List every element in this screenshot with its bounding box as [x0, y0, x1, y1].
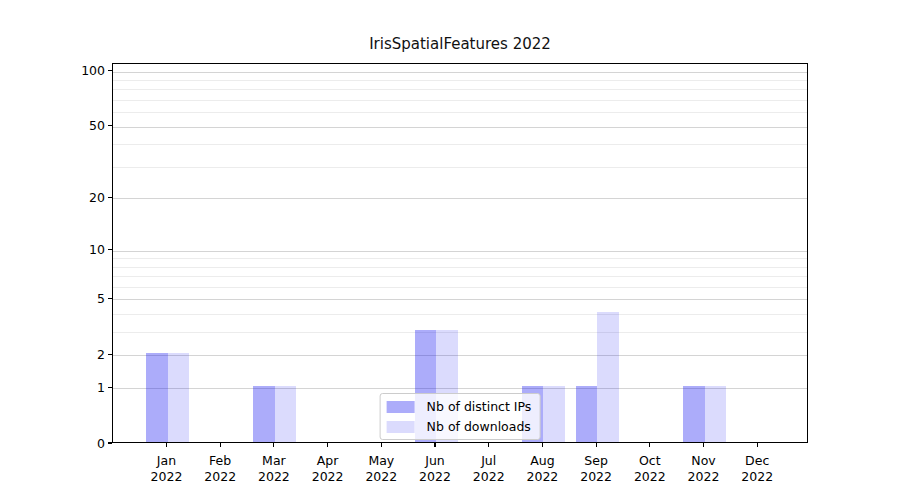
x-tick-label: Mar 2022	[258, 453, 290, 484]
bar-downloads	[275, 386, 297, 442]
x-tick-label: Jun 2022	[419, 453, 451, 484]
gridline-minor	[113, 267, 807, 268]
y-tick-mark	[108, 197, 112, 198]
x-tick-mark	[488, 443, 489, 447]
legend-swatch-downloads	[387, 421, 415, 433]
y-tick-mark	[108, 387, 112, 388]
x-tick-label: Nov 2022	[688, 453, 720, 484]
chart-title: IrisSpatialFeatures 2022	[112, 35, 808, 53]
y-tick-label: 1	[61, 380, 105, 395]
x-tick-mark	[434, 443, 435, 447]
gridline-minor	[113, 258, 807, 259]
y-tick-mark	[108, 249, 112, 250]
gridline-minor	[113, 112, 807, 113]
gridline-minor	[113, 276, 807, 277]
gridline-major	[113, 72, 807, 73]
y-tick-mark	[108, 70, 112, 71]
bar-distinct-ips	[253, 386, 275, 442]
y-tick-label: 100	[61, 63, 105, 78]
y-tick-mark	[108, 442, 112, 443]
bar-downloads	[168, 353, 190, 442]
gridline-major	[113, 127, 807, 128]
y-tick-mark	[108, 354, 112, 355]
legend-item-downloads: Nb of downloads	[387, 419, 532, 434]
gridline-minor	[113, 332, 807, 333]
y-tick-mark	[108, 298, 112, 299]
x-tick-label: Aug 2022	[526, 453, 558, 484]
legend-swatch-distinct-ips	[387, 401, 415, 413]
y-tick-label: 2	[61, 347, 105, 362]
gridline-major	[113, 299, 807, 300]
gridline-major	[113, 198, 807, 199]
x-tick-label: May 2022	[365, 453, 397, 484]
x-tick-label: Jan 2022	[151, 453, 183, 484]
x-tick-mark	[757, 443, 758, 447]
legend-label-distinct-ips: Nb of distinct IPs	[427, 399, 532, 414]
bar-distinct-ips	[683, 386, 705, 442]
y-tick-label: 50	[61, 118, 105, 133]
x-tick-label: Sep 2022	[580, 453, 612, 484]
chart: IrisSpatialFeatures 2022 Nb of distinct …	[0, 0, 900, 500]
legend-item-distinct-ips: Nb of distinct IPs	[387, 399, 532, 414]
y-tick-label: 10	[61, 242, 105, 257]
x-tick-mark	[273, 443, 274, 447]
y-tick-label: 20	[61, 190, 105, 205]
legend: Nb of distinct IPs Nb of downloads	[380, 393, 541, 440]
x-tick-mark	[542, 443, 543, 447]
bar-downloads	[705, 386, 727, 442]
gridline-minor	[113, 144, 807, 145]
gridline-minor	[113, 100, 807, 101]
x-tick-mark	[596, 443, 597, 447]
gridline-major	[113, 251, 807, 252]
x-tick-mark	[703, 443, 704, 447]
x-tick-mark	[649, 443, 650, 447]
plot-area: Nb of distinct IPs Nb of downloads	[112, 63, 808, 443]
bar-distinct-ips	[576, 386, 598, 442]
x-tick-mark	[381, 443, 382, 447]
x-tick-label: Feb 2022	[204, 453, 236, 484]
bar-downloads	[543, 386, 565, 442]
gridline-minor	[113, 167, 807, 168]
y-tick-label: 0	[61, 436, 105, 451]
bar-distinct-ips	[146, 353, 168, 442]
x-tick-mark	[166, 443, 167, 447]
y-tick-mark	[108, 125, 112, 126]
x-tick-label: Apr 2022	[312, 453, 344, 484]
bar-downloads	[597, 312, 619, 442]
gridline-minor	[113, 80, 807, 81]
gridline-major	[113, 355, 807, 356]
x-tick-mark	[327, 443, 328, 447]
x-tick-label: Oct 2022	[634, 453, 666, 484]
gridline-minor	[113, 287, 807, 288]
gridline-minor	[113, 89, 807, 90]
legend-label-downloads: Nb of downloads	[427, 419, 531, 434]
x-tick-label: Jul 2022	[473, 453, 505, 484]
x-tick-mark	[220, 443, 221, 447]
y-tick-label: 5	[61, 291, 105, 306]
gridline-minor	[113, 314, 807, 315]
x-tick-label: Dec 2022	[741, 453, 773, 484]
